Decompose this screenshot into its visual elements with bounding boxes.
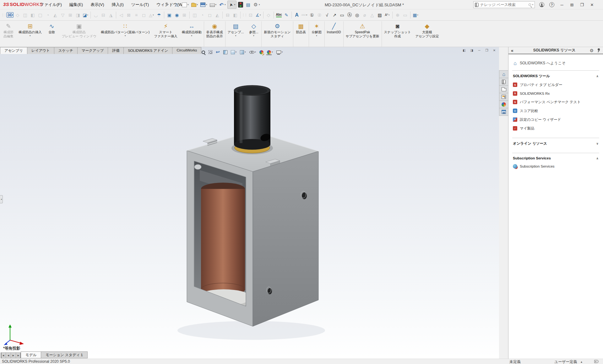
- taskpane-item[interactable]: Subscription Services: [508, 162, 603, 170]
- toolbar-icon[interactable]: [188, 11, 191, 19]
- linear-component-pattern-button[interactable]: ∷ 構成部品パターン(直線パターン) ▾: [99, 21, 152, 47]
- format-painter-icon[interactable]: ✎: [283, 11, 290, 19]
- taskpane-design-library-tab[interactable]: [499, 85, 508, 93]
- commandmanager-tab[interactable]: レイアウト: [27, 47, 54, 54]
- new-motion-study-button[interactable]: ⚙ 新規のモーション スタディ: [262, 21, 293, 47]
- edit-appearance-icon[interactable]: [259, 48, 264, 56]
- featuremanager-collapse-handle[interactable]: ◂: [0, 195, 3, 203]
- hatch-fill-icon[interactable]: ▨: [376, 11, 383, 19]
- taskpane-appearances-tab[interactable]: [499, 100, 508, 108]
- weld-symbol-icon[interactable]: ↗: [331, 11, 338, 19]
- undo-icon[interactable]: ▾: [218, 1, 227, 9]
- datum-feature-icon[interactable]: Ⓐ: [346, 11, 353, 19]
- settings-gear-icon[interactable]: ▾: [252, 1, 261, 9]
- toolbar-icon[interactable]: [272, 11, 275, 19]
- print-icon[interactable]: ▾: [209, 1, 218, 9]
- taskpane-item[interactable]: スコア比較: [508, 106, 603, 115]
- disabled-tool-icon[interactable]: ◬▾: [148, 11, 155, 19]
- disabled-tool-icon[interactable]: ◔: [44, 11, 52, 19]
- login-user-icon[interactable]: [539, 1, 545, 8]
- magnified-callout-icon[interactable]: ①: [308, 11, 316, 19]
- disabled-tool-icon[interactable]: ◮: [107, 11, 115, 19]
- boundary-box-icon[interactable]: ▣: [166, 11, 173, 19]
- toolbar-icon[interactable]: [391, 11, 394, 19]
- take-snapshot-button[interactable]: ◙ スナップショット 作成: [382, 21, 413, 47]
- disabled-tool-icon[interactable]: ◭: [52, 11, 59, 19]
- search-dropdown-icon[interactable]: ▾: [532, 3, 533, 6]
- minimize-icon[interactable]: ─: [559, 1, 565, 8]
- disabled-pattern-icon[interactable]: ⊡: [247, 11, 254, 19]
- section-view-icon[interactable]: [223, 48, 228, 56]
- span-displays-icon[interactable]: ⊞: [569, 1, 575, 8]
- minimize-document-icon[interactable]: ─: [476, 47, 482, 53]
- balloon-icon[interactable]: ▭: [338, 11, 346, 19]
- toolbar-icon[interactable]: [290, 11, 293, 19]
- taskpane-custom-properties-tab[interactable]: [499, 108, 508, 116]
- disabled-tolerance-icon[interactable]: ⌀: [361, 11, 368, 19]
- disabled-tool-icon[interactable]: ◔: [198, 11, 206, 19]
- drag-grip[interactable]: ⋮⋮: [242, 11, 247, 19]
- commandmanager-tab[interactable]: 評価: [108, 47, 124, 54]
- disabled-center-mark-icon[interactable]: ⊕: [394, 11, 401, 19]
- rebuild-traffic-light-icon[interactable]: [237, 1, 244, 9]
- taskpane-item[interactable]: パフォーマンス ベンチマーク テスト: [508, 98, 603, 106]
- taskpane-pin-icon[interactable]: [596, 48, 600, 53]
- spell-check-icon[interactable]: Abc: [275, 11, 283, 19]
- previous-tab-button[interactable]: ◀: [6, 352, 11, 358]
- home-icon[interactable]: [173, 1, 180, 9]
- save-icon[interactable]: ▾: [199, 1, 208, 9]
- move-component-button[interactable]: ↔ 構成部品移動 ▾: [180, 21, 204, 47]
- show-hidden-components-button[interactable]: ◉ 非表示構成 部品の表示: [204, 21, 225, 47]
- bill-of-materials-button[interactable]: ▦ 部品表: [293, 21, 309, 47]
- model-tab[interactable]: モデル: [21, 351, 41, 358]
- solenoid-assembly-model[interactable]: [0, 47, 499, 359]
- taskpane-item[interactable]: プロパティ タブ ビルダー: [508, 80, 603, 89]
- menu-pin-icon[interactable]: [164, 2, 168, 7]
- disabled-centerline-icon[interactable]: ▭: [401, 11, 409, 19]
- section-scope-icon[interactable]: ◪▾: [82, 11, 89, 19]
- text-scale-icon[interactable]: AAA▾: [301, 11, 308, 19]
- large-assembly-settings-button[interactable]: ◆ 大規模 アセンブリ設定: [413, 21, 441, 47]
- toolbar-icon[interactable]: [409, 11, 412, 19]
- measure-icon[interactable]: ∡▾: [254, 11, 262, 19]
- menu-item[interactable]: 挿入(I): [108, 0, 128, 9]
- disabled-tool-icon[interactable]: ⊟: [224, 11, 231, 19]
- taskpane-collapse-button[interactable]: «: [511, 48, 519, 53]
- section-view-tool-icon[interactable]: ◉: [173, 11, 181, 19]
- disabled-tool-icon[interactable]: ◇: [265, 11, 272, 19]
- commandmanager-tab[interactable]: スケッチ: [54, 47, 78, 54]
- section-subscription-services[interactable]: Subscription Services ∧: [508, 153, 603, 162]
- model-tab[interactable]: モーション スタディ 1: [41, 351, 87, 358]
- restore-window-icon[interactable]: ❐: [579, 1, 585, 8]
- pane-left-icon[interactable]: ◧: [461, 47, 467, 53]
- commandmanager-tab[interactable]: CircuitWorks: [172, 47, 201, 54]
- disabled-tool-icon[interactable]: ◧: [231, 11, 239, 19]
- disabled-tool-icon[interactable]: ◧: [29, 11, 36, 19]
- apply-scene-icon[interactable]: ▾: [266, 48, 274, 56]
- note-icon[interactable]: A: [293, 11, 301, 19]
- restore-document-icon[interactable]: ❐: [484, 47, 490, 53]
- select-cursor-icon[interactable]: ▾: [227, 1, 237, 9]
- disabled-tool-icon[interactable]: ◁: [117, 11, 125, 19]
- knowledge-search[interactable]: ▾: [473, 1, 535, 8]
- disabled-tool-icon[interactable]: ⊟: [100, 11, 107, 19]
- menu-item[interactable]: 表示(V): [87, 0, 108, 9]
- toolbar-icon[interactable]: [239, 11, 242, 19]
- close-icon[interactable]: ✕: [589, 1, 595, 8]
- menu-item[interactable]: 編集(E): [66, 0, 87, 9]
- open-icon[interactable]: ▾: [190, 1, 199, 9]
- edit-component-button[interactable]: ✎ 構成部 品編集: [1, 21, 16, 47]
- menu-item[interactable]: ファイル(F): [36, 0, 66, 9]
- disabled-tool-icon[interactable]: ◨: [74, 11, 82, 19]
- disabled-tool-icon[interactable]: ◭: [214, 11, 221, 19]
- mate-button[interactable]: ∿ 合致: [44, 21, 60, 47]
- disabled-tool-icon[interactable]: ≡: [133, 11, 140, 19]
- toolbar-icon[interactable]: [89, 11, 92, 19]
- hide-show-items-icon[interactable]: ▾: [249, 48, 257, 56]
- taskpane-item[interactable]: マイ製品: [508, 124, 603, 133]
- search-icon[interactable]: [529, 3, 531, 6]
- options-list-icon[interactable]: [245, 1, 252, 9]
- mold-tool-icon[interactable]: ☂: [155, 11, 163, 19]
- display-style-icon[interactable]: ▾: [239, 48, 247, 56]
- next-tab-button[interactable]: ▶: [11, 352, 16, 358]
